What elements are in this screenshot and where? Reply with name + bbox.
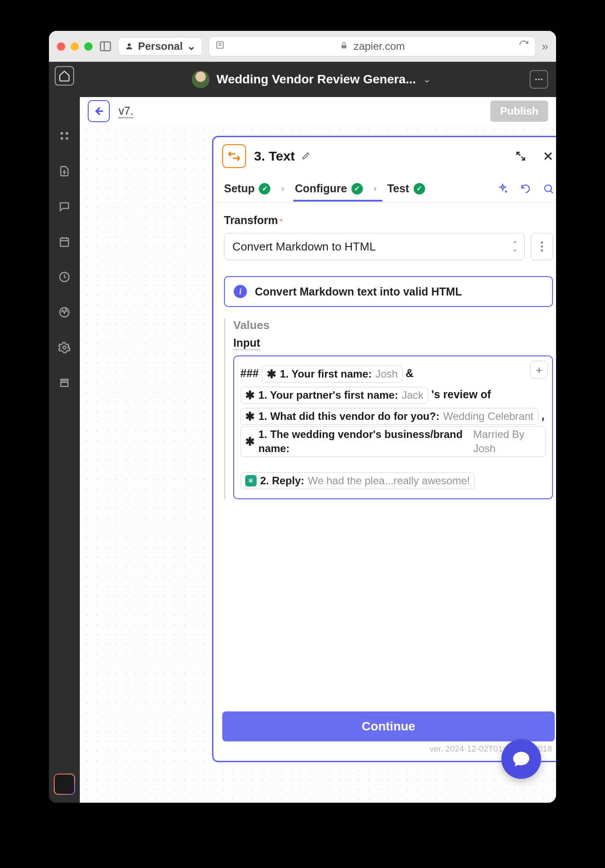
- svg-point-20: [535, 79, 537, 80]
- star-icon: ✱: [267, 367, 276, 381]
- raw-text: 's review of: [431, 388, 491, 400]
- chat-fab[interactable]: [501, 739, 541, 779]
- profile-name: Personal: [138, 40, 183, 52]
- titlebar: Personal ⌄ zapier.com »: [49, 31, 556, 62]
- profile-selector[interactable]: Personal ⌄: [118, 37, 202, 56]
- lock-icon: [340, 40, 348, 52]
- url-text: zapier.com: [354, 40, 405, 52]
- step-number: 3.: [254, 149, 265, 163]
- pill-key: 2. Reply:: [260, 474, 304, 488]
- svg-point-31: [541, 250, 543, 252]
- tab-actions: [497, 183, 555, 195]
- svg-rect-18: [61, 379, 68, 381]
- pill-key: 1. The wedding vendor's business/brand n…: [258, 427, 470, 456]
- activity-icon[interactable]: [55, 303, 74, 322]
- check-icon: ✓: [259, 183, 270, 195]
- svg-point-26: [505, 191, 507, 192]
- search-icon[interactable]: [542, 183, 555, 195]
- overflow-icon[interactable]: »: [542, 40, 548, 53]
- layers-icon[interactable]: [55, 373, 74, 393]
- sidebar-toggle-icon[interactable]: [99, 40, 112, 53]
- avatar: [192, 71, 209, 88]
- openai-icon: ✻: [245, 475, 257, 486]
- pill-value: We had the plea...really awesome!: [308, 474, 470, 488]
- transform-select[interactable]: Convert Markdown to HTML ⌃⌄: [224, 233, 525, 260]
- raw-text: &: [406, 367, 414, 379]
- svg-rect-19: [61, 382, 68, 386]
- svg-point-2: [128, 43, 131, 46]
- field-options-button[interactable]: [531, 233, 553, 260]
- tab-setup[interactable]: Setup ✓: [222, 176, 272, 201]
- add-value-button[interactable]: ＋: [530, 361, 548, 378]
- svg-point-29: [541, 242, 543, 244]
- pill-value: Married By Josh: [473, 427, 541, 456]
- version-link[interactable]: v7.: [119, 105, 133, 118]
- raw-text: ###: [240, 367, 259, 379]
- publish-button[interactable]: Publish: [490, 101, 548, 122]
- transform-value: Convert Markdown to HTML: [232, 240, 376, 254]
- zap-topbar: Wedding Vendor Review Genera... ⌄: [80, 62, 556, 97]
- canvas-header: v7. Publish: [80, 97, 556, 125]
- url-bar[interactable]: zapier.com: [209, 36, 535, 56]
- transform-label: Transform: [224, 214, 278, 226]
- comment-icon[interactable]: [55, 197, 74, 216]
- pill-key: 1. Your first name:: [280, 367, 372, 381]
- home-icon[interactable]: [55, 66, 74, 86]
- left-rail: [49, 62, 80, 803]
- ai-assistant-icon[interactable]: [54, 774, 75, 795]
- check-icon: ✓: [414, 183, 425, 195]
- gear-icon[interactable]: [55, 338, 74, 357]
- editor-canvas[interactable]: v7. Publish 3. Text: [80, 97, 556, 803]
- svg-line-28: [550, 191, 553, 193]
- undo-icon[interactable]: [519, 183, 532, 195]
- pill-value: Josh: [375, 367, 398, 381]
- svg-rect-11: [60, 238, 69, 247]
- values-label: Values: [233, 318, 553, 332]
- step-title[interactable]: 3. Text: [254, 149, 311, 164]
- continue-button[interactable]: Continue: [222, 711, 555, 741]
- input-label: Input: [233, 337, 260, 350]
- star-icon: ✱: [245, 434, 255, 449]
- reload-icon[interactable]: [519, 40, 529, 53]
- step-name: Text: [269, 149, 295, 163]
- window-controls: [57, 42, 93, 51]
- step-card: 3. Text: [212, 136, 556, 762]
- pill-partner-name[interactable]: ✱ 1. Your partner's first name: Jack: [240, 387, 428, 404]
- step-card-header: 3. Text: [213, 137, 556, 175]
- svg-point-27: [545, 185, 551, 191]
- tab-configure-label: Configure: [295, 182, 347, 195]
- values-section: Values Input ＋ ### ✱ 1. Your first name:…: [224, 318, 553, 499]
- tab-configure[interactable]: Configure ✓: [293, 176, 365, 201]
- tab-setup-label: Setup: [224, 182, 254, 195]
- clock-icon[interactable]: [55, 267, 74, 287]
- close-window-icon[interactable]: [57, 42, 65, 51]
- raw-text: ,: [542, 409, 545, 422]
- formatter-app-icon: [222, 144, 246, 168]
- check-icon: ✓: [351, 183, 363, 195]
- pill-vendor-role[interactable]: ✱ 1. What did this vendor do for you?: W…: [240, 408, 538, 425]
- svg-rect-0: [101, 42, 111, 51]
- reader-mode-icon[interactable]: [215, 40, 225, 52]
- pill-value: Jack: [402, 388, 423, 402]
- fullscreen-window-icon[interactable]: [84, 42, 93, 51]
- pencil-icon[interactable]: [301, 149, 311, 163]
- more-menu-button[interactable]: [530, 70, 548, 89]
- back-button[interactable]: [88, 100, 110, 122]
- file-bolt-icon[interactable]: [55, 161, 74, 181]
- close-icon[interactable]: [542, 150, 555, 163]
- zap-title[interactable]: Wedding Vendor Review Genera...: [217, 72, 416, 86]
- pill-brand-name[interactable]: ✱ 1. The wedding vendor's business/brand…: [240, 426, 546, 457]
- tab-test[interactable]: Test ✓: [385, 176, 427, 201]
- info-box: i Convert Markdown text into valid HTML: [224, 276, 553, 307]
- tab-test-label: Test: [387, 182, 409, 195]
- chevron-down-icon[interactable]: ⌄: [423, 74, 431, 85]
- minimize-window-icon[interactable]: [71, 42, 79, 51]
- pill-first-name[interactable]: ✱ 1. Your first name: Josh: [262, 366, 403, 382]
- expand-icon[interactable]: [514, 150, 527, 163]
- input-editor[interactable]: ＋ ### ✱ 1. Your first name: Josh &: [233, 355, 553, 499]
- calendar-icon[interactable]: [55, 232, 74, 251]
- pill-reply[interactable]: ✻ 2. Reply: We had the plea...really awe…: [240, 472, 475, 489]
- sparkle-icon[interactable]: [497, 183, 509, 195]
- transform-field: Transform * Convert Markdown to HTML ⌃⌄: [224, 214, 553, 260]
- grid-icon[interactable]: [55, 126, 74, 146]
